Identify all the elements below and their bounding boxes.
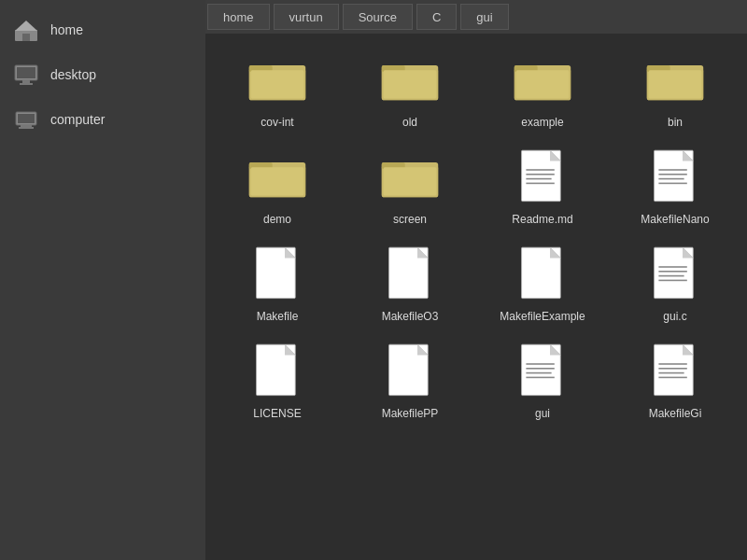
file-label-old: old <box>402 116 417 129</box>
svg-rect-5 <box>22 80 30 83</box>
sidebar-item-computer[interactable]: computer <box>0 97 205 142</box>
sidebar: homedesktopcomputer <box>0 0 205 560</box>
file-item-makefileO3[interactable]: MakefileO3 <box>345 237 474 330</box>
file-label-bin: bin <box>668 116 683 129</box>
svg-rect-8 <box>18 114 35 123</box>
file-icon-makefile <box>247 245 307 304</box>
svg-rect-20 <box>384 70 437 98</box>
file-label-example: example <box>521 116 563 129</box>
file-icon-makefileO3 <box>380 245 440 304</box>
file-label-makefileO3: MakefileO3 <box>382 310 439 323</box>
file-label-demo: demo <box>263 213 291 226</box>
file-item-unknown1[interactable]: gui <box>478 334 607 427</box>
file-item-bin[interactable]: bin <box>611 43 740 136</box>
file-item-cov-int[interactable]: cov-int <box>213 43 342 136</box>
file-grid: cov-int old example bin <box>213 43 740 427</box>
file-icon-screen <box>380 147 440 207</box>
main-area: homevurtunSourceCgui cov-int old e <box>205 0 747 560</box>
computer-icon <box>13 106 39 133</box>
svg-rect-25 <box>516 70 570 98</box>
desktop-icon <box>13 62 39 88</box>
sidebar-item-label-computer: computer <box>50 112 105 127</box>
file-label-screen: screen <box>393 213 427 226</box>
svg-rect-4 <box>17 67 35 78</box>
file-item-readme-md[interactable]: Readme.md <box>478 140 607 233</box>
file-label-readme-md: Readme.md <box>512 213 572 226</box>
breadcrumb-item-gui[interactable]: gui <box>460 4 508 30</box>
file-icon-demo <box>247 147 307 207</box>
file-item-demo[interactable]: demo <box>213 140 342 233</box>
breadcrumb-item-c[interactable]: C <box>416 4 457 30</box>
file-item-makefileExample[interactable]: MakefileExample <box>478 237 607 330</box>
breadcrumb: homevurtunSourceCgui <box>205 0 747 34</box>
file-icon-readme-md <box>513 147 572 207</box>
file-icon-bin <box>645 50 705 110</box>
file-icon-gui-c <box>645 245 705 304</box>
file-icon-license <box>247 342 307 401</box>
svg-rect-35 <box>251 167 304 195</box>
file-icon-makefileExample <box>513 245 572 304</box>
file-item-gui-c[interactable]: gui.c <box>611 237 740 330</box>
sidebar-item-label-desktop: desktop <box>50 67 96 82</box>
file-icon-MakefileGi <box>645 342 705 401</box>
file-item-makefile[interactable]: Makefile <box>213 237 342 330</box>
file-item-MakefilePP[interactable]: MakefilePP <box>345 334 474 427</box>
file-label-unknown1: gui <box>535 407 550 420</box>
file-label-makefileExample: MakefileExample <box>500 310 585 323</box>
svg-rect-15 <box>251 70 304 98</box>
home-icon <box>13 17 39 43</box>
file-label-MakefilePP: MakefilePP <box>382 407 439 420</box>
file-item-example[interactable]: example <box>478 43 607 136</box>
sidebar-item-label-home: home <box>50 22 83 37</box>
svg-rect-10 <box>19 127 34 129</box>
file-item-old[interactable]: old <box>345 43 474 136</box>
sidebar-item-home[interactable]: home <box>0 7 205 52</box>
svg-rect-2 <box>22 34 30 41</box>
file-icon-cov-int <box>247 50 307 110</box>
breadcrumb-item-source[interactable]: Source <box>343 4 413 30</box>
file-icon-old <box>380 50 440 110</box>
file-item-MakefileGi[interactable]: MakefileGi <box>611 334 740 427</box>
file-label-license: LICENSE <box>253 407 301 420</box>
sidebar-item-desktop[interactable]: desktop <box>0 52 205 97</box>
breadcrumb-item-vurtun[interactable]: vurtun <box>274 4 339 30</box>
file-item-makefilenano[interactable]: MakefileNano <box>611 140 740 233</box>
file-label-MakefileGi: MakefileGi <box>649 407 702 420</box>
file-icon-example <box>513 50 572 110</box>
file-label-makefile: Makefile <box>257 310 299 323</box>
svg-rect-9 <box>21 125 32 127</box>
svg-rect-40 <box>384 167 437 195</box>
file-icon-MakefilePP <box>380 342 440 401</box>
file-label-cov-int: cov-int <box>261 116 293 129</box>
file-label-makefilenano: MakefileNano <box>641 213 709 226</box>
breadcrumb-item-home[interactable]: home <box>207 4 270 30</box>
svg-marker-1 <box>15 21 37 31</box>
file-item-license[interactable]: LICENSE <box>213 334 342 427</box>
svg-rect-30 <box>649 70 702 98</box>
file-item-screen[interactable]: screen <box>345 140 474 233</box>
svg-rect-6 <box>20 83 33 85</box>
file-area[interactable]: cov-int old example bin <box>205 34 747 560</box>
file-label-gui-c: gui.c <box>663 310 686 323</box>
file-icon-unknown1 <box>513 342 572 401</box>
file-icon-makefilenano <box>645 147 705 207</box>
